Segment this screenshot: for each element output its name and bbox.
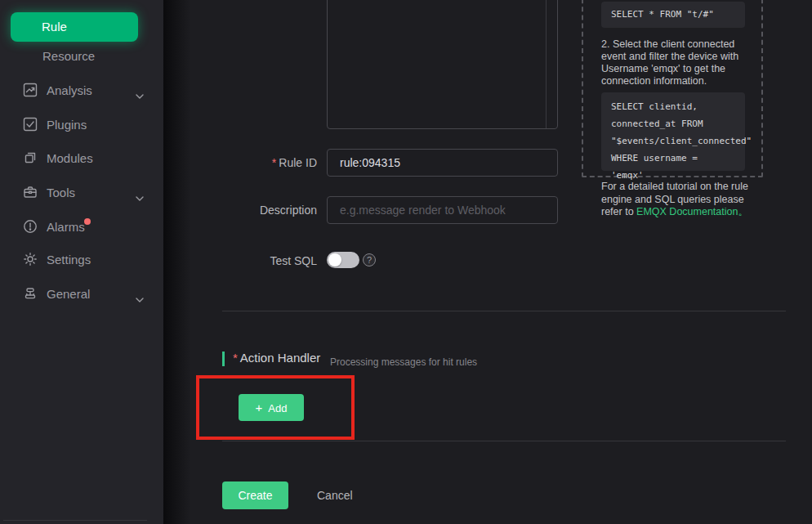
tutorial-period: 。 [738,206,748,217]
chevron-down-icon [136,291,144,305]
code-line: connected_at FROM [611,115,735,132]
sidebar-item-rule[interactable]: Rule [11,12,138,42]
section-divider [222,311,786,311]
required-asterisk: * [272,156,276,169]
sitemap-icon [23,286,38,301]
sql-example-2: SELECT clientid, connected_at FROM "$eve… [601,92,745,171]
sidebar-item-label: General [47,287,90,301]
sidebar-item-alarms[interactable]: Alarms [0,212,163,241]
alarm-badge-dot [84,218,91,225]
sql-editor[interactable] [327,0,558,129]
sidebar-item-analysis[interactable]: Analysis [0,75,163,105]
description-label: Description [194,204,317,217]
sidebar-item-label: Alarms [47,220,85,234]
required-asterisk: * [233,351,238,365]
add-action-button[interactable]: +Add [239,394,304,421]
code-line: SELECT clientid, [611,98,735,115]
action-handler-subtitle: Processing messages for hit rules [330,356,477,368]
chevron-down-icon [136,190,144,204]
sidebar-item-modules[interactable]: Modules [0,143,163,172]
sidebar: Rule Resource Analysis Plugins Modules [0,0,163,524]
chevron-down-icon [136,87,144,101]
test-sql-toggle[interactable] [327,252,359,268]
tutorial-note: For a detailed tutorial on the rule engi… [601,181,763,219]
copy-icon [23,150,38,165]
section-divider [222,441,786,441]
sidebar-item-tools[interactable]: Tools [0,177,163,207]
toggle-knob [328,253,341,266]
rule-id-label: *Rule ID [194,156,317,169]
sidebar-item-label: Tools [47,186,75,199]
briefcase-icon [23,185,38,199]
create-button[interactable]: Create [222,481,288,509]
code-line: "$events/client_connected" [611,132,735,150]
sidebar-item-resource[interactable]: Resource [0,41,163,70]
sidebar-item-label: Analysis [47,83,92,97]
sidebar-item-label: Plugins [47,118,87,132]
sql-editor-scrollbar[interactable] [546,0,547,128]
sidebar-item-label: Rule [42,20,67,34]
cancel-button[interactable]: Cancel [306,481,364,509]
checkbox-icon [23,117,38,132]
rule-create-form: *Rule ID Description Test SQL ? *Action … [163,0,812,524]
action-handler-title: *Action Handler [233,351,320,365]
test-sql-label: Test SQL [194,254,317,267]
rule-id-input[interactable] [327,149,558,177]
sidebar-item-label: Settings [47,253,91,266]
gear-icon [23,252,38,266]
sidebar-footer-divider [3,520,147,521]
sidebar-item-label: Modules [47,151,93,165]
description-input[interactable] [327,196,558,224]
section-accent-bar [222,352,225,366]
help-question-icon[interactable]: ? [363,253,376,266]
emqx-documentation-link[interactable]: EMQX Documentation [636,206,738,217]
sql-example-1: SELECT * FROM "t/#" [601,2,745,28]
sql-help-tip-2: 2. Select the client connected event and… [601,38,758,87]
sidebar-item-settings[interactable]: Settings [0,244,163,274]
chart-icon [23,83,38,97]
alert-circle-icon [23,219,38,234]
plus-icon: + [256,401,263,414]
sidebar-item-label: Resource [42,49,95,63]
emqx-dashboard: Rule Resource Analysis Plugins Modules [0,0,812,524]
sidebar-item-plugins[interactable]: Plugins [0,110,163,139]
sidebar-item-general[interactable]: General [0,279,163,308]
sidebar-shadow [163,0,191,524]
code-line: WHERE username = 'emqx' [611,150,735,184]
